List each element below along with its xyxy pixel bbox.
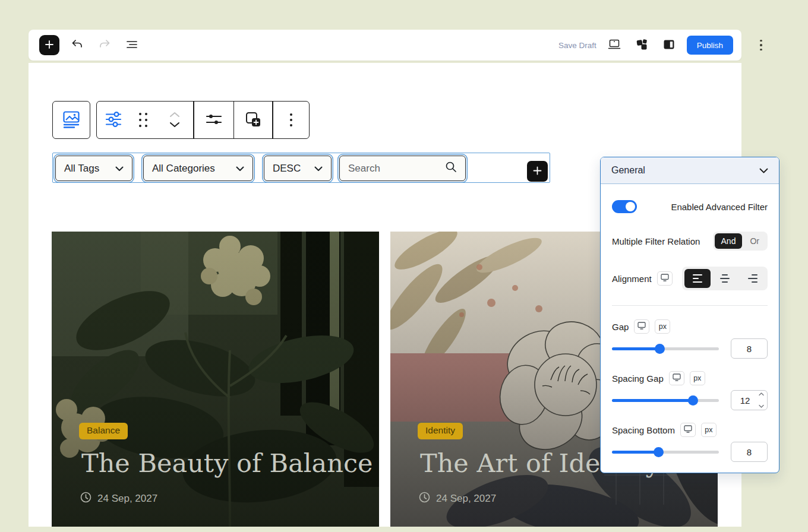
slider-fill: [612, 451, 659, 454]
align-left-button[interactable]: [684, 269, 711, 288]
duplicate-add-icon: [244, 110, 262, 130]
settings-sliders-icon: [205, 113, 223, 128]
gap-label-row: Gap px: [612, 319, 768, 334]
chevron-down-icon: [759, 165, 768, 176]
post-date: 24 Sep, 2027: [436, 493, 496, 505]
spacing-bottom-label-row: Spacing Bottom px: [612, 422, 768, 438]
clock-icon: [419, 492, 430, 506]
align-center-button[interactable]: [712, 269, 738, 288]
spacing-gap-slider[interactable]: [612, 390, 719, 410]
panel-divider: [612, 305, 768, 306]
spacing-gap-device-button[interactable]: [669, 371, 684, 385]
toggle-label: Enabled Advanced Filter: [671, 202, 768, 212]
post-tag-badge[interactable]: Identity: [418, 423, 463, 439]
alignment-segmented-control: [682, 267, 768, 290]
filter-sliders-icon: [105, 111, 122, 129]
search-box[interactable]: [339, 156, 466, 181]
publish-button[interactable]: Publish: [687, 36, 733, 55]
gap-control-row: [612, 338, 768, 359]
gap-unit-button[interactable]: px: [655, 319, 670, 334]
post-title[interactable]: The Beauty of Balance: [81, 449, 367, 478]
redo-icon: [98, 39, 111, 52]
stepper-up-icon: [759, 392, 764, 396]
order-dropdown-label: DESC: [273, 163, 301, 175]
chevron-down-icon: [115, 163, 124, 175]
search-input[interactable]: [348, 163, 431, 175]
categories-dropdown[interactable]: All Categories: [143, 156, 253, 181]
filter-relation-row: Multiple Filter Relation And Or: [612, 231, 768, 251]
align-right-icon: [747, 274, 758, 283]
desktop-monitor-icon: [673, 373, 681, 383]
clock-icon: [80, 492, 91, 506]
duplicate-block-button[interactable]: [234, 102, 272, 138]
advanced-filter-toggle-row: Enabled Advanced Filter: [612, 198, 768, 215]
general-settings-panel: General Enabled Advanced Filter Multiple…: [600, 157, 779, 473]
document-overview-button[interactable]: [122, 36, 141, 55]
align-right-button[interactable]: [739, 269, 765, 288]
spacing-bottom-unit-button[interactable]: px: [701, 423, 717, 437]
relation-or-button[interactable]: Or: [743, 233, 766, 249]
spacing-bottom-label: Spacing Bottom: [612, 425, 675, 435]
advanced-filter-block[interactable]: All Tags All Categories DESC: [52, 153, 550, 183]
align-left-icon: [693, 274, 703, 283]
order-dropdown[interactable]: DESC: [264, 156, 332, 181]
gap-device-button[interactable]: [634, 319, 649, 334]
desktop-monitor-icon: [637, 322, 646, 331]
workspace-options-button[interactable]: [753, 36, 769, 55]
post-card[interactable]: Balance The Beauty of Balance 24 Sep, 20…: [52, 232, 379, 527]
block-inserter-button[interactable]: [39, 35, 59, 55]
chevron-up-icon: [169, 110, 180, 119]
search-icon: [445, 161, 457, 176]
spacing-bottom-slider[interactable]: [612, 442, 719, 462]
spacing-gap-unit-button[interactable]: px: [690, 371, 705, 385]
patterns-icon: [635, 38, 648, 53]
gap-label: Gap: [612, 322, 629, 332]
gap-value-input[interactable]: [731, 338, 768, 359]
editor-top-bar: Save Draft Publish: [29, 30, 741, 61]
spacing-bottom-control-row: [612, 442, 768, 462]
sidebar-panel-icon: [662, 38, 676, 53]
post-tag-badge[interactable]: Balance: [79, 423, 128, 439]
spacing-bottom-device-button[interactable]: [680, 423, 696, 437]
spacing-gap-control-row: [612, 390, 768, 410]
alignment-device-button[interactable]: [657, 271, 673, 286]
spacing-bottom-value-input[interactable]: [731, 442, 768, 462]
post-date: 24 Sep, 2027: [97, 493, 157, 505]
chevron-down-icon: [236, 163, 244, 175]
advanced-filter-tool-button[interactable]: [97, 102, 130, 138]
relation-and-button[interactable]: And: [715, 233, 743, 249]
settings-sidebar-toggle-button[interactable]: [659, 36, 678, 55]
block-toolbar: [96, 101, 310, 139]
tags-dropdown[interactable]: All Tags: [55, 156, 132, 181]
preview-button[interactable]: [605, 36, 624, 55]
drag-handle-button[interactable]: [130, 102, 156, 138]
block-options-button[interactable]: [273, 102, 309, 138]
redo-button[interactable]: [95, 36, 114, 55]
slider-thumb[interactable]: [655, 344, 665, 354]
block-mover-button[interactable]: [156, 102, 193, 138]
save-draft-button[interactable]: Save Draft: [558, 41, 596, 50]
gap-slider[interactable]: [612, 338, 719, 359]
block-settings-button[interactable]: [194, 102, 233, 138]
enabled-advanced-filter-toggle[interactable]: [612, 200, 637, 213]
panel-header-general[interactable]: General: [601, 157, 779, 184]
slider-thumb[interactable]: [688, 395, 698, 406]
block-appender-button[interactable]: [527, 161, 548, 182]
post-meta: 24 Sep, 2027: [80, 492, 157, 506]
alignment-label: Alignment: [612, 274, 652, 284]
drag-handle-icon: [139, 113, 147, 127]
plus-icon: [532, 166, 542, 178]
post-grid-block-button[interactable]: [52, 101, 90, 139]
slider-fill: [612, 399, 693, 402]
chevron-down-icon: [314, 163, 323, 175]
laptop-icon: [608, 39, 621, 52]
undo-button[interactable]: [68, 36, 87, 55]
post-meta: 24 Sep, 2027: [419, 492, 496, 506]
post-grid-block-icon: [61, 109, 81, 131]
style-book-button[interactable]: [632, 36, 651, 55]
slider-thumb[interactable]: [654, 447, 664, 457]
tags-dropdown-label: All Tags: [64, 163, 99, 175]
kebab-menu-icon: [290, 113, 292, 126]
number-stepper[interactable]: [757, 392, 765, 408]
kebab-menu-icon: [760, 40, 762, 50]
